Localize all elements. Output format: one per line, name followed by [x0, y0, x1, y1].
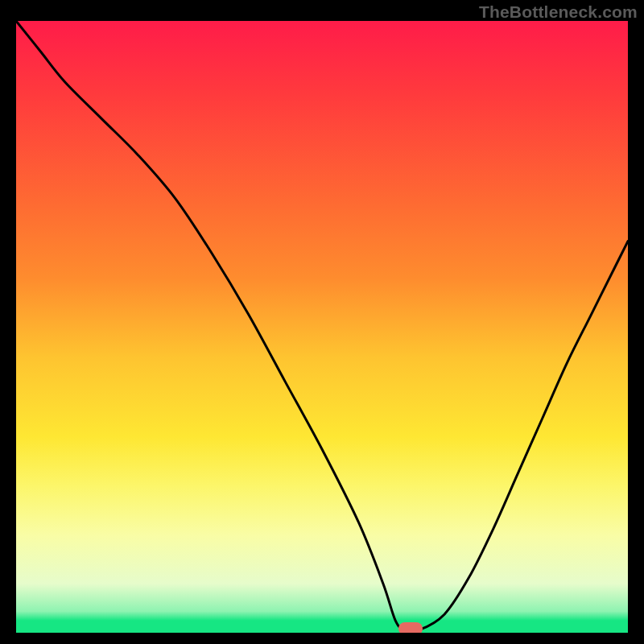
chart-curve	[16, 21, 628, 633]
bottleneck-curve-path	[16, 21, 628, 631]
optimum-marker	[398, 622, 423, 633]
watermark-text: TheBottleneck.com	[479, 2, 638, 22]
chart-plot-area	[16, 21, 628, 633]
